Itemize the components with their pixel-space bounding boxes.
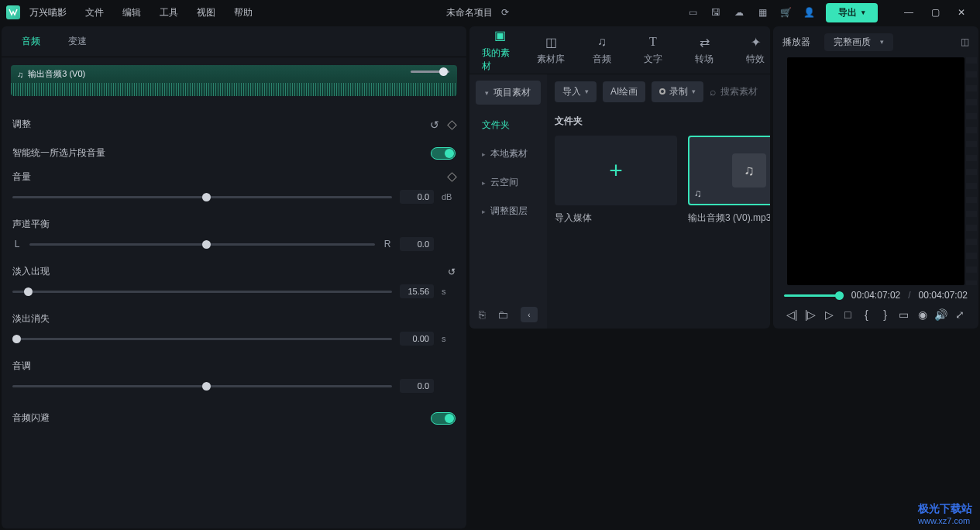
- smart-volume-toggle[interactable]: [431, 147, 456, 160]
- film-strip-decoration: [966, 57, 977, 285]
- tab-label: 转场: [695, 53, 714, 66]
- balance-left: L: [12, 239, 22, 250]
- sidebar-item-label: 本地素材: [490, 147, 528, 160]
- smart-volume-label: 智能统一所选片段音量: [12, 146, 431, 160]
- fade-out-unit: s: [442, 334, 456, 343]
- search-input[interactable]: 搜索素材: [710, 85, 767, 98]
- reset-icon[interactable]: ↺: [448, 267, 456, 277]
- menu-help[interactable]: 帮助: [234, 6, 253, 19]
- cart-icon[interactable]: 🛒: [779, 6, 792, 19]
- mark-in-icon[interactable]: {: [858, 308, 875, 321]
- folder-heading[interactable]: 文件夹: [469, 111, 547, 139]
- menu-view[interactable]: 视图: [197, 6, 215, 19]
- window-maximize[interactable]: ▢: [923, 3, 947, 22]
- balance-slider[interactable]: [29, 243, 375, 246]
- tab-effects[interactable]: ✦特效: [730, 29, 770, 71]
- save-icon[interactable]: 🖫: [710, 6, 722, 19]
- fullscreen-icon[interactable]: ⤢: [951, 308, 968, 321]
- camera-icon[interactable]: ◉: [914, 308, 931, 321]
- sidebar-item-label: 云空间: [490, 176, 518, 189]
- menu-file[interactable]: 文件: [85, 6, 104, 19]
- ducking-toggle[interactable]: [431, 412, 456, 425]
- progress-knob[interactable]: [835, 291, 844, 300]
- tab-speed[interactable]: 变速: [54, 29, 101, 54]
- tab-stock[interactable]: ◫素材库: [525, 29, 576, 71]
- project-media-button[interactable]: ▾项目素材: [476, 81, 541, 105]
- button-label: 项目素材: [493, 86, 531, 99]
- tab-label: 我的素材: [482, 46, 518, 73]
- fade-in-slider[interactable]: [12, 291, 392, 293]
- ai-paint-button[interactable]: AI绘画: [603, 81, 645, 102]
- clip-name: 输出音频3 (V0): [28, 68, 85, 80]
- menu-tools[interactable]: 工具: [160, 6, 178, 19]
- menu-edit[interactable]: 编辑: [122, 6, 141, 19]
- next-frame-icon[interactable]: |▷: [802, 308, 819, 321]
- apps-icon[interactable]: ▦: [756, 6, 769, 19]
- reset-icon[interactable]: ↺: [430, 119, 439, 131]
- keyframe-diamond-icon[interactable]: [449, 119, 456, 131]
- pitch-value[interactable]: 0.0: [400, 379, 434, 393]
- pitch-slider[interactable]: [12, 385, 392, 387]
- music-icon: ♫: [17, 70, 23, 79]
- sidebar-item-local[interactable]: ▸本地素材: [469, 139, 547, 168]
- volume-slider[interactable]: [12, 196, 392, 198]
- project-name[interactable]: 未命名项目: [446, 6, 493, 19]
- card-label: 输出音频3 (V0).mp3: [688, 212, 770, 225]
- triangle-right-icon: ▸: [482, 179, 486, 187]
- screen-icon[interactable]: ▭: [896, 308, 913, 321]
- play-icon[interactable]: ▷: [820, 308, 837, 321]
- export-label: 导出: [838, 6, 857, 19]
- import-media-card[interactable]: +: [555, 136, 677, 205]
- cloud-icon[interactable]: ☁: [733, 6, 745, 19]
- fade-out-slider[interactable]: [12, 338, 392, 340]
- preview-panel: 播放器 完整画质▾ ◫ 00:04:07:02 / 00:04:07:02 ◁|…: [773, 26, 978, 329]
- quality-select[interactable]: 完整画质▾: [824, 33, 893, 51]
- tab-text[interactable]: T文字: [628, 29, 679, 71]
- stock-icon: ◫: [543, 34, 559, 50]
- import-button[interactable]: 导入▾: [555, 81, 597, 102]
- tab-my-media[interactable]: ▣我的素材: [474, 26, 525, 77]
- tab-label: 音频: [593, 53, 611, 66]
- music-icon: ♫: [594, 34, 610, 50]
- sidebar-item-adjust[interactable]: ▸调整图层: [469, 197, 547, 225]
- account-icon[interactable]: 👤: [803, 6, 815, 19]
- transition-icon: ⇄: [696, 34, 712, 50]
- folder-icon[interactable]: 🗀: [497, 308, 508, 321]
- snapshot-icon[interactable]: ◫: [961, 36, 969, 47]
- video-preview[interactable]: [787, 57, 965, 285]
- volume-value[interactable]: 0.0: [400, 190, 434, 204]
- tab-audio[interactable]: ♫音频: [576, 29, 628, 71]
- tab-audio[interactable]: 音频: [8, 29, 54, 54]
- audio-media-card[interactable]: ♫ ♫ +: [688, 136, 770, 205]
- media-panel: ▣我的素材 ◫素材库 ♫音频 T文字 ⇄转场 ✦特效 ✿贴纸 ▤模板 ▾项目素材…: [469, 26, 770, 329]
- adjust-label: 调整: [12, 118, 421, 131]
- triangle-right-icon: ▸: [482, 150, 486, 158]
- mark-out-icon[interactable]: }: [877, 308, 894, 321]
- tab-label: 素材库: [537, 53, 565, 66]
- window-close[interactable]: ✕: [949, 3, 974, 22]
- playback-progress[interactable]: [784, 294, 844, 297]
- collapse-sidebar-button[interactable]: ‹: [521, 307, 538, 322]
- stop-icon[interactable]: □: [839, 308, 856, 321]
- record-button[interactable]: 录制▾: [652, 81, 703, 102]
- watermark: 极光下载站 www.xz7.com: [918, 502, 972, 525]
- selected-clip-chip[interactable]: ♫输出音频3 (V0): [11, 65, 457, 96]
- sync-icon[interactable]: ⟳: [499, 6, 511, 19]
- tab-transition[interactable]: ⇄转场: [679, 29, 730, 71]
- volume-icon[interactable]: 🔊: [933, 308, 950, 321]
- window-minimize[interactable]: —: [896, 3, 921, 22]
- fade-out-value[interactable]: 0.00: [400, 332, 434, 346]
- time-separator: /: [908, 290, 910, 301]
- fade-in-value[interactable]: 15.56: [400, 284, 434, 298]
- device-icon[interactable]: ▭: [686, 6, 699, 19]
- app-logo: [6, 5, 20, 19]
- button-label: AI绘画: [610, 85, 638, 98]
- export-button[interactable]: 导出 ▾: [826, 3, 878, 22]
- clip-mini-slider[interactable]: [411, 71, 449, 73]
- keyframe-diamond-icon[interactable]: [447, 172, 457, 182]
- new-folder-icon[interactable]: ⎘: [479, 308, 485, 321]
- prev-frame-icon[interactable]: ◁|: [783, 308, 800, 321]
- balance-right: R: [383, 239, 392, 250]
- sidebar-item-cloud[interactable]: ▸云空间: [469, 168, 547, 197]
- balance-value[interactable]: 0.0: [400, 237, 434, 251]
